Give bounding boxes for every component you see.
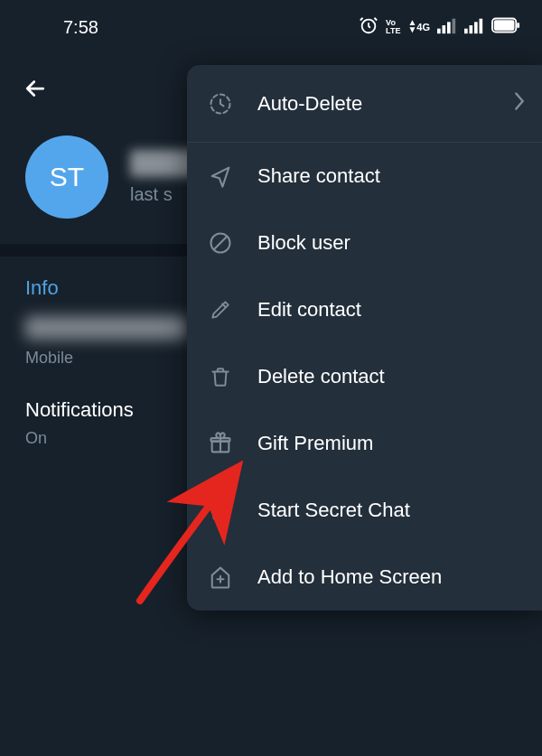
avatar[interactable]: ST: [25, 135, 108, 219]
lock-icon: [207, 497, 234, 524]
chevron-right-icon: [513, 91, 526, 117]
battery-icon: [491, 17, 520, 38]
share-icon: [207, 163, 234, 190]
menu-label: Delete contact: [257, 365, 526, 388]
svg-rect-11: [517, 23, 519, 28]
svg-rect-7: [474, 22, 478, 33]
network-4g-icon: ▲▼4G: [407, 22, 430, 33]
back-button[interactable]: [7, 61, 63, 120]
menu-block-user[interactable]: Block user: [187, 210, 542, 276]
menu-delete-contact[interactable]: Delete contact: [187, 343, 542, 410]
status-right: VoLTE ▲▼4G: [359, 15, 520, 40]
svg-point-17: [220, 513, 222, 516]
avatar-initials: ST: [50, 162, 84, 192]
svg-rect-1: [437, 28, 441, 33]
menu-start-secret-chat[interactable]: Start Secret Chat: [187, 477, 542, 544]
menu-add-home-screen[interactable]: Add to Home Screen: [187, 544, 542, 611]
menu-label: Auto-Delete: [257, 92, 490, 116]
menu-label: Gift Premium: [257, 432, 526, 455]
svg-rect-6: [470, 25, 473, 33]
arrow-left-icon: [22, 75, 49, 102]
alarm-icon: [359, 15, 378, 40]
svg-rect-3: [447, 22, 451, 33]
svg-rect-10: [494, 20, 515, 30]
svg-rect-4: [453, 18, 456, 33]
menu-auto-delete[interactable]: Auto-Delete: [187, 65, 542, 143]
status-bar: 7:58 VoLTE ▲▼4G: [0, 0, 542, 54]
menu-label: Block user: [257, 231, 526, 255]
timer-icon: [207, 90, 234, 117]
svg-rect-5: [464, 28, 468, 33]
menu-label: Share contact: [257, 164, 526, 188]
menu-edit-contact[interactable]: Edit contact: [187, 276, 542, 343]
menu-gift-premium[interactable]: Gift Premium: [187, 410, 542, 477]
trash-icon: [207, 363, 234, 390]
signal-icon-2: [464, 16, 484, 39]
menu-label: Edit contact: [257, 298, 526, 322]
context-menu: Auto-Delete Share contact Block user Edi…: [187, 65, 542, 611]
volte-icon: VoLTE: [386, 19, 400, 35]
svg-rect-2: [443, 25, 446, 33]
pencil-icon: [207, 296, 234, 323]
gift-icon: [207, 430, 234, 457]
menu-share-contact[interactable]: Share contact: [187, 143, 542, 210]
svg-rect-8: [480, 18, 483, 33]
menu-label: Add to Home Screen: [257, 565, 526, 589]
status-time: 7:58: [63, 17, 98, 38]
menu-label: Start Secret Chat: [257, 499, 526, 522]
phone-redacted[interactable]: [25, 316, 188, 340]
home-plus-icon: [207, 564, 234, 591]
block-icon: [207, 229, 234, 257]
signal-icon: [437, 16, 457, 39]
